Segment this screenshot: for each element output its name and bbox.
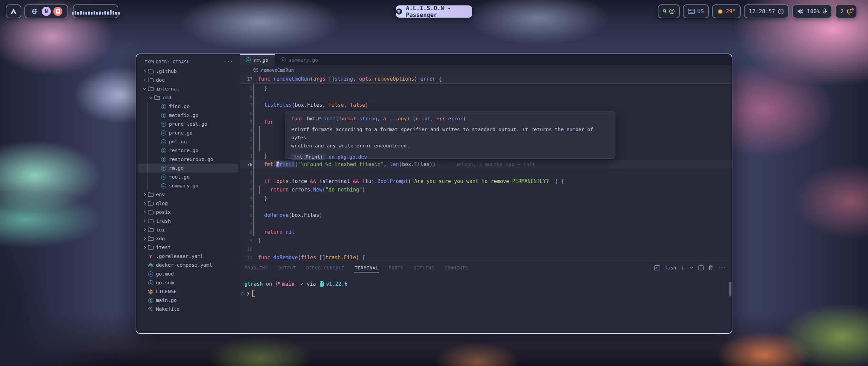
tree-item-summary-go[interactable]: Gsummary.go	[138, 181, 238, 190]
tree-item-restore-go[interactable]: Grestore.go	[138, 146, 238, 155]
code-line[interactable]: 1	[240, 168, 732, 177]
new-terminal-button[interactable]: +	[681, 264, 685, 271]
terminal-scrollbar[interactable]	[729, 282, 731, 297]
tree-item-itest[interactable]: itest	[138, 243, 238, 252]
kill-terminal-button[interactable]	[708, 265, 713, 270]
visualizer-bar	[102, 12, 103, 15]
code-line[interactable]: 7 listFiles(box.Files, false, false)	[240, 101, 732, 109]
code-line[interactable]: 9 }	[240, 84, 732, 92]
tree-item-prune-go[interactable]: Gprune.go	[138, 128, 238, 137]
code-line[interactable]: 9}	[240, 236, 732, 245]
tree-item-env[interactable]: env	[138, 190, 238, 199]
panel-tab-output[interactable]: OUTPUT	[278, 263, 297, 273]
tree-item-go-sum[interactable]: Ggo.sum	[138, 278, 238, 287]
panel-tab-gitlens[interactable]: GITLENS	[413, 263, 435, 273]
tree-item-cmd[interactable]: cmd	[138, 93, 238, 102]
document-tray-icon[interactable]	[53, 7, 62, 16]
code-line[interactable]: 5	[240, 202, 732, 211]
notion-tray-icon[interactable]: N	[42, 7, 51, 16]
code-token: opts	[276, 178, 289, 184]
tree-item-xdg[interactable]: xdg	[138, 234, 238, 243]
panel-tab-debug-console[interactable]: DEBUG CONSOLE	[305, 263, 345, 273]
go-icon: G	[160, 166, 167, 171]
code-token: !	[362, 178, 365, 184]
panel-tab-terminal[interactable]: TERMINAL	[354, 263, 379, 273]
code-line[interactable]: 6 doRemove(box.Files)	[240, 211, 732, 219]
code-line-content: if !opts.force && isTerminal && !tui.Boo…	[253, 178, 564, 184]
sticky-scroll-line[interactable]: 17 func removeCmdRun(args []string, opts…	[240, 75, 732, 84]
code-line[interactable]: 3 return errors.New("do nothing")	[240, 185, 732, 194]
keyboard-layout-module[interactable]: US	[683, 4, 709, 18]
tree-item-go-mod[interactable]: Ggo.mod	[138, 269, 238, 278]
code-line[interactable]: 10	[240, 245, 732, 253]
tree-item-tui[interactable]: tui	[138, 225, 238, 234]
code-token: n	[416, 116, 419, 121]
tree-item--github[interactable]: .github	[138, 67, 238, 76]
weather-temp: 29°	[726, 8, 736, 15]
clock-module[interactable]: 12:28:57	[744, 4, 789, 18]
tree-item-doc[interactable]: doc	[138, 76, 238, 84]
tree-item-glog[interactable]: glog	[138, 199, 238, 208]
tree-item-put-go[interactable]: Gput.go	[138, 137, 238, 146]
code-editor[interactable]: 17 func removeCmdRun(args []string, opts…	[240, 75, 732, 262]
code-token: Files	[307, 102, 322, 108]
code-line[interactable]: 11func doRemove(files []trash.File) {	[240, 253, 732, 262]
audio-visualizer[interactable]	[73, 4, 118, 18]
tree-item-find-go[interactable]: Gfind.go	[138, 102, 238, 111]
git-blame-annotation: umlx5h, 7 months ago • init	[455, 162, 535, 167]
code-line[interactable]: 7	[240, 219, 732, 228]
panel-tab-problems[interactable]: PROBLEMS	[244, 263, 269, 273]
code-line[interactable]: 4 }	[240, 194, 732, 202]
code-token: box	[292, 212, 301, 218]
panel-more-actions-button[interactable]: ···	[718, 265, 726, 270]
pkg-go-dev-link[interactable]: on pkg.go.dev	[329, 154, 367, 160]
code-line[interactable]: 78 fmt.Printf("\nFound %d trashed files\…	[240, 160, 732, 168]
notifications-module[interactable]: 2	[835, 4, 857, 18]
weather-module[interactable]: 29°	[712, 4, 741, 18]
visualizer-bar	[94, 11, 95, 15]
sticky-line-number: 17	[240, 76, 253, 82]
panel-tab-comments[interactable]: COMMENTS	[444, 263, 469, 273]
tree-item-license[interactable]: LICENSE	[138, 287, 238, 296]
tree-item-internal[interactable]: internal	[138, 84, 238, 93]
audio-module[interactable]: 100%	[792, 4, 832, 18]
tree-item--goreleaser-yaml[interactable]: Y.goreleaser.yaml	[138, 252, 238, 261]
code-line[interactable]: 2 if !opts.force && isTerminal && !tui.B…	[240, 177, 732, 185]
tree-item-makefile[interactable]: Makefile	[138, 305, 238, 313]
code-token: (	[322, 187, 326, 193]
terminal-dropdown-button[interactable]	[690, 266, 694, 269]
tree-item-restoregroup-go[interactable]: GrestoreGroup.go	[138, 155, 238, 164]
tab-rm-go[interactable]: Grm.go	[240, 54, 275, 65]
updates-module[interactable]: 9	[658, 4, 680, 18]
tree-item-metafix-go[interactable]: Gmetafix.go	[138, 111, 238, 120]
code-token: removeOptions	[374, 76, 414, 82]
tree-item-trash[interactable]: trash	[138, 217, 238, 225]
breadcrumb[interactable]: removeCmdRun	[240, 65, 732, 75]
tree-item-posix[interactable]: posix	[138, 208, 238, 217]
tree-item-label: posix	[156, 209, 171, 215]
tree-item-label: .goreleaser.yaml	[156, 253, 203, 259]
split-terminal-button[interactable]	[698, 265, 704, 270]
tab-summary-go[interactable]: Gsummary.go	[275, 54, 324, 65]
terminal-segment: v1.22.6	[326, 281, 348, 287]
tree-item-root-go[interactable]: Groot.go	[138, 172, 238, 181]
terminal[interactable]: gtrash on main ✓ via v1.22.6 ○ ❯	[240, 273, 732, 297]
tree-item-rm-go[interactable]: Grm.go	[138, 164, 238, 172]
code-line[interactable]: 8	[240, 92, 732, 101]
panel-tab-ports[interactable]: PORTS	[388, 263, 404, 273]
explorer-more-actions-button[interactable]: ···	[223, 59, 234, 65]
tree-item-prune-test-go[interactable]: Gprune_test.go	[138, 120, 238, 128]
tree-item-docker-compose-yaml[interactable]: docker-compose.yaml	[138, 261, 238, 269]
browser-tray-icon[interactable]	[30, 7, 39, 16]
tree-item-label: main.go	[156, 298, 177, 303]
code-token: )	[362, 187, 365, 193]
tree-item-main-go[interactable]: Gmain.go	[138, 296, 238, 305]
code-token: Found	[307, 161, 326, 167]
visualizer-bar	[91, 12, 93, 15]
code-line[interactable]: 8 return nil	[240, 228, 732, 236]
terminal-shell-icon	[654, 265, 660, 270]
now-playing-widget[interactable]: A.L.I.S.O.N - Passenger	[396, 5, 472, 18]
launcher-button[interactable]	[6, 4, 21, 18]
code-token: func	[291, 116, 303, 121]
for-block-indent-guide	[259, 126, 260, 151]
